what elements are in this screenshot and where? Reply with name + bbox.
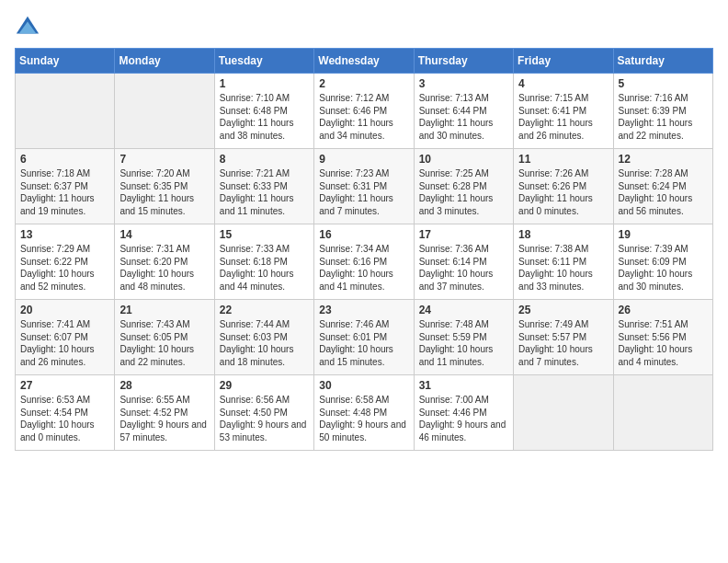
calendar-cell: 6Sunrise: 7:18 AM Sunset: 6:37 PM Daylig…	[16, 149, 115, 224]
calendar-week-1: 1Sunrise: 7:10 AM Sunset: 6:48 PM Daylig…	[16, 74, 713, 149]
day-number: 25	[518, 304, 608, 316]
calendar-cell: 11Sunrise: 7:26 AM Sunset: 6:26 PM Dayli…	[514, 149, 613, 224]
day-number: 15	[220, 228, 309, 241]
page-header	[15, 15, 713, 40]
calendar-week-3: 13Sunrise: 7:29 AM Sunset: 6:22 PM Dayli…	[16, 224, 713, 300]
day-number: 31	[419, 379, 508, 392]
day-number: 9	[319, 153, 408, 166]
day-number: 6	[20, 153, 109, 166]
day-info: Sunrise: 6:58 AM Sunset: 4:48 PM Dayligh…	[319, 394, 408, 443]
weekday-header-friday: Friday	[514, 49, 613, 74]
weekday-header-monday: Monday	[115, 49, 214, 74]
calendar-cell: 29Sunrise: 6:56 AM Sunset: 4:50 PM Dayli…	[214, 375, 313, 451]
day-number: 13	[20, 228, 109, 241]
calendar-cell: 2Sunrise: 7:12 AM Sunset: 6:46 PM Daylig…	[314, 74, 414, 149]
day-info: Sunrise: 7:41 AM Sunset: 6:07 PM Dayligh…	[20, 318, 109, 368]
calendar-cell: 13Sunrise: 7:29 AM Sunset: 6:22 PM Dayli…	[16, 224, 115, 300]
day-info: Sunrise: 7:16 AM Sunset: 6:39 PM Dayligh…	[619, 92, 708, 142]
calendar-cell: 30Sunrise: 6:58 AM Sunset: 4:48 PM Dayli…	[314, 375, 414, 451]
calendar-cell: 3Sunrise: 7:13 AM Sunset: 6:44 PM Daylig…	[414, 74, 513, 149]
day-number: 23	[319, 304, 408, 316]
day-info: Sunrise: 7:00 AM Sunset: 4:46 PM Dayligh…	[419, 394, 508, 443]
calendar-cell: 18Sunrise: 7:38 AM Sunset: 6:11 PM Dayli…	[514, 224, 613, 300]
calendar-cell: 26Sunrise: 7:51 AM Sunset: 5:56 PM Dayli…	[613, 300, 712, 375]
calendar-cell: 17Sunrise: 7:36 AM Sunset: 6:14 PM Dayli…	[414, 224, 513, 300]
day-info: Sunrise: 6:55 AM Sunset: 4:52 PM Dayligh…	[119, 394, 209, 443]
day-info: Sunrise: 7:34 AM Sunset: 6:16 PM Dayligh…	[319, 243, 408, 293]
day-number: 24	[419, 304, 508, 316]
calendar-cell: 1Sunrise: 7:10 AM Sunset: 6:48 PM Daylig…	[214, 74, 313, 149]
day-info: Sunrise: 6:53 AM Sunset: 4:54 PM Dayligh…	[20, 394, 109, 443]
calendar-cell: 20Sunrise: 7:41 AM Sunset: 6:07 PM Dayli…	[16, 300, 115, 375]
day-info: Sunrise: 7:44 AM Sunset: 6:03 PM Dayligh…	[220, 318, 309, 368]
calendar-cell: 8Sunrise: 7:21 AM Sunset: 6:33 PM Daylig…	[214, 149, 313, 224]
calendar-cell	[613, 375, 712, 451]
day-info: Sunrise: 7:13 AM Sunset: 6:44 PM Dayligh…	[419, 92, 508, 142]
calendar-cell	[16, 74, 115, 149]
day-info: Sunrise: 7:46 AM Sunset: 6:01 PM Dayligh…	[319, 318, 408, 368]
weekday-header-row: SundayMondayTuesdayWednesdayThursdayFrid…	[16, 49, 713, 74]
day-info: Sunrise: 7:51 AM Sunset: 5:56 PM Dayligh…	[619, 318, 708, 368]
day-number: 29	[220, 379, 309, 392]
day-info: Sunrise: 7:23 AM Sunset: 6:31 PM Dayligh…	[319, 167, 408, 217]
day-number: 4	[518, 77, 608, 90]
day-number: 14	[119, 228, 209, 241]
day-number: 11	[518, 153, 608, 166]
day-info: Sunrise: 7:49 AM Sunset: 5:57 PM Dayligh…	[518, 318, 608, 368]
day-info: Sunrise: 7:48 AM Sunset: 5:59 PM Dayligh…	[419, 318, 508, 368]
day-number: 26	[619, 304, 708, 316]
weekday-header-sunday: Sunday	[16, 49, 115, 74]
day-number: 8	[220, 153, 309, 166]
calendar-cell: 14Sunrise: 7:31 AM Sunset: 6:20 PM Dayli…	[115, 224, 214, 300]
day-number: 18	[518, 228, 608, 241]
weekday-header-wednesday: Wednesday	[314, 49, 414, 74]
day-number: 19	[619, 228, 708, 241]
calendar-week-2: 6Sunrise: 7:18 AM Sunset: 6:37 PM Daylig…	[16, 149, 713, 224]
day-info: Sunrise: 7:12 AM Sunset: 6:46 PM Dayligh…	[319, 92, 408, 142]
weekday-header-thursday: Thursday	[414, 49, 513, 74]
day-number: 16	[319, 228, 408, 241]
calendar-cell	[115, 74, 214, 149]
day-number: 2	[319, 77, 408, 90]
calendar-cell: 22Sunrise: 7:44 AM Sunset: 6:03 PM Dayli…	[214, 300, 313, 375]
day-info: Sunrise: 7:28 AM Sunset: 6:24 PM Dayligh…	[619, 167, 708, 217]
day-number: 17	[419, 228, 508, 241]
calendar-cell: 12Sunrise: 7:28 AM Sunset: 6:24 PM Dayli…	[613, 149, 712, 224]
weekday-header-tuesday: Tuesday	[214, 49, 313, 74]
day-info: Sunrise: 7:29 AM Sunset: 6:22 PM Dayligh…	[20, 243, 109, 293]
calendar-week-5: 27Sunrise: 6:53 AM Sunset: 4:54 PM Dayli…	[16, 375, 713, 451]
calendar-cell: 5Sunrise: 7:16 AM Sunset: 6:39 PM Daylig…	[613, 74, 712, 149]
day-info: Sunrise: 7:36 AM Sunset: 6:14 PM Dayligh…	[419, 243, 508, 293]
calendar-cell: 21Sunrise: 7:43 AM Sunset: 6:05 PM Dayli…	[115, 300, 214, 375]
day-number: 3	[419, 77, 508, 90]
day-info: Sunrise: 6:56 AM Sunset: 4:50 PM Dayligh…	[220, 394, 309, 443]
day-info: Sunrise: 7:18 AM Sunset: 6:37 PM Dayligh…	[20, 167, 109, 217]
calendar-cell: 9Sunrise: 7:23 AM Sunset: 6:31 PM Daylig…	[314, 149, 414, 224]
day-number: 21	[119, 304, 209, 316]
day-number: 7	[119, 153, 209, 166]
calendar-cell	[514, 375, 613, 451]
calendar-cell: 4Sunrise: 7:15 AM Sunset: 6:41 PM Daylig…	[514, 74, 613, 149]
calendar-cell: 7Sunrise: 7:20 AM Sunset: 6:35 PM Daylig…	[115, 149, 214, 224]
day-info: Sunrise: 7:31 AM Sunset: 6:20 PM Dayligh…	[119, 243, 209, 293]
day-info: Sunrise: 7:10 AM Sunset: 6:48 PM Dayligh…	[220, 92, 309, 142]
day-info: Sunrise: 7:21 AM Sunset: 6:33 PM Dayligh…	[220, 167, 309, 217]
calendar-cell: 31Sunrise: 7:00 AM Sunset: 4:46 PM Dayli…	[414, 375, 513, 451]
calendar-cell: 28Sunrise: 6:55 AM Sunset: 4:52 PM Dayli…	[115, 375, 214, 451]
day-info: Sunrise: 7:38 AM Sunset: 6:11 PM Dayligh…	[518, 243, 608, 293]
calendar-week-4: 20Sunrise: 7:41 AM Sunset: 6:07 PM Dayli…	[16, 300, 713, 375]
day-info: Sunrise: 7:25 AM Sunset: 6:28 PM Dayligh…	[419, 167, 508, 217]
day-info: Sunrise: 7:15 AM Sunset: 6:41 PM Dayligh…	[518, 92, 608, 142]
calendar-cell: 24Sunrise: 7:48 AM Sunset: 5:59 PM Dayli…	[414, 300, 513, 375]
logo-icon	[15, 15, 40, 40]
day-number: 12	[619, 153, 708, 166]
calendar-cell: 10Sunrise: 7:25 AM Sunset: 6:28 PM Dayli…	[414, 149, 513, 224]
day-number: 1	[220, 77, 309, 90]
day-info: Sunrise: 7:33 AM Sunset: 6:18 PM Dayligh…	[220, 243, 309, 293]
weekday-header-saturday: Saturday	[613, 49, 712, 74]
day-info: Sunrise: 7:39 AM Sunset: 6:09 PM Dayligh…	[619, 243, 708, 293]
day-number: 30	[319, 379, 408, 392]
day-number: 28	[119, 379, 209, 392]
calendar-cell: 15Sunrise: 7:33 AM Sunset: 6:18 PM Dayli…	[214, 224, 313, 300]
calendar-cell: 19Sunrise: 7:39 AM Sunset: 6:09 PM Dayli…	[613, 224, 712, 300]
